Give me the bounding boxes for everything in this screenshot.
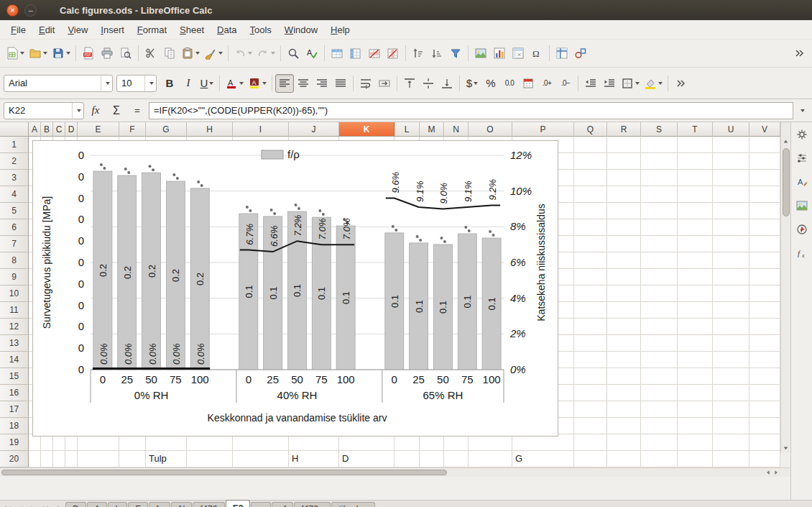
delete-row-button[interactable] — [365, 44, 384, 63]
new-button[interactable] — [4, 44, 27, 63]
freeze-rows-columns-button[interactable] — [553, 44, 571, 63]
column-header-O[interactable]: O — [469, 122, 512, 137]
insert-chart-button[interactable] — [490, 44, 509, 63]
formula-button[interactable]: = — [128, 102, 147, 119]
decrease-indent-button[interactable] — [581, 74, 600, 93]
align-left-button[interactable] — [275, 74, 294, 93]
row-header-2[interactable]: 2 — [0, 153, 29, 170]
clone-formatting-button[interactable] — [202, 44, 225, 63]
column-header-K[interactable]: K — [339, 122, 395, 137]
last-sheet-button[interactable] — [40, 503, 51, 507]
column-header-I[interactable]: I — [233, 122, 289, 137]
styles-button[interactable]: A — [793, 173, 811, 191]
spelling-button[interactable]: A — [303, 44, 321, 63]
align-top-button[interactable] — [400, 74, 419, 93]
menu-window[interactable]: Window — [278, 22, 324, 37]
overflow-button[interactable] — [790, 44, 808, 63]
column-header-B[interactable]: B — [41, 122, 53, 137]
column-header-S[interactable]: S — [641, 122, 678, 137]
font-name-combo[interactable]: Arial — [4, 75, 113, 92]
align-justify-button[interactable] — [331, 74, 350, 93]
column-header-E[interactable]: E — [78, 122, 119, 137]
row-header-16[interactable]: 16 — [0, 385, 29, 401]
cells-area[interactable]: 0000000000012%10%8%6%4%2%0%Survetugevus … — [29, 137, 780, 467]
close-button[interactable]: × — [6, 4, 19, 17]
menu-edit[interactable]: Edit — [32, 22, 61, 37]
sort-descending-button[interactable] — [428, 44, 446, 63]
background-color-button[interactable] — [642, 74, 665, 93]
select-all-corner[interactable] — [0, 122, 29, 137]
export-pdf-button[interactable]: PDF — [79, 44, 98, 63]
vertical-scroll-track[interactable] — [781, 147, 790, 443]
menu-insert[interactable]: Insert — [94, 22, 131, 37]
sheet-tab-L[interactable]: L — [108, 502, 127, 507]
format-number-button[interactable]: 0.0 — [500, 74, 519, 93]
copy-button[interactable] — [160, 44, 179, 63]
increase-indent-button[interactable] — [600, 74, 619, 93]
row-header-13[interactable]: 13 — [0, 335, 29, 352]
menu-format[interactable]: Format — [131, 22, 173, 37]
row-header-14[interactable]: 14 — [0, 352, 29, 368]
menu-file[interactable]: File — [4, 22, 32, 37]
navigator-button[interactable] — [793, 221, 811, 238]
cut-button[interactable] — [142, 44, 160, 63]
column-header-P[interactable]: P — [512, 122, 574, 137]
paste-button[interactable] — [179, 44, 202, 63]
horizontal-scroll-thumb[interactable] — [1, 470, 447, 475]
previous-sheet-button[interactable] — [15, 503, 27, 507]
format-currency-button[interactable]: $ — [463, 74, 481, 93]
row-header-20[interactable]: 20 — [0, 451, 29, 467]
merge-cells-button[interactable] — [375, 74, 394, 93]
font-color-button[interactable]: A — [223, 74, 246, 93]
delete-column-button[interactable] — [384, 44, 402, 63]
row-header-10[interactable]: 10 — [0, 286, 29, 302]
add-decimal-button[interactable]: .0+ — [538, 74, 556, 93]
scroll-right-button[interactable] — [772, 469, 780, 476]
sheet-tab-nf[interactable]: nf — [272, 502, 293, 507]
column-header-U[interactable]: U — [713, 122, 749, 137]
column-header-A[interactable]: A — [29, 122, 41, 137]
row-header-15[interactable]: 15 — [0, 368, 29, 385]
sheet-tab-fp[interactable]: fp — [149, 502, 170, 507]
chevron-down-icon[interactable] — [101, 76, 112, 91]
menu-sheet[interactable]: Sheet — [173, 22, 211, 37]
autofilter-button[interactable] — [446, 44, 465, 63]
print-preview-button[interactable] — [116, 44, 135, 63]
sheet-tab-tihedus[interactable]: tihedus — [331, 502, 374, 507]
properties-button[interactable] — [793, 150, 811, 167]
special-character-button[interactable]: Ω — [527, 44, 546, 63]
formula-input[interactable] — [149, 102, 793, 119]
row-header-11[interactable]: 11 — [0, 302, 29, 319]
sheet-tab-ρ[interactable]: ρ — [251, 502, 270, 507]
vertical-scrollbar[interactable] — [780, 122, 790, 453]
sheet-tab-F[interactable]: F — [128, 502, 148, 507]
center-vertically-button[interactable] — [419, 74, 438, 93]
scroll-up-button[interactable] — [781, 137, 790, 147]
redo-button[interactable] — [254, 44, 277, 63]
find-replace-button[interactable] — [284, 44, 303, 63]
menu-help[interactable]: Help — [324, 22, 356, 37]
scroll-left-button[interactable] — [765, 469, 772, 476]
format-percent-button[interactable]: % — [481, 74, 500, 93]
row-header-8[interactable]: 8 — [0, 252, 29, 269]
format-date-button[interactable] — [519, 74, 538, 93]
italic-button[interactable]: I — [179, 74, 198, 93]
name-box[interactable]: K22 — [4, 102, 84, 119]
sheet-tab-f470[interactable]: f470 — [193, 502, 224, 507]
row-header-5[interactable]: 5 — [0, 203, 29, 219]
cell-K20[interactable]: D — [342, 453, 349, 464]
sheet-tab-A[interactable]: A — [87, 502, 107, 507]
expand-formula-bar-button[interactable] — [795, 102, 808, 119]
chevron-down-icon[interactable] — [144, 76, 156, 91]
row-header-1[interactable]: 1 — [0, 137, 29, 153]
row-header-4[interactable]: 4 — [0, 186, 29, 203]
function-wizard-button[interactable]: fx — [86, 102, 105, 119]
sum-button[interactable]: Σ — [107, 102, 126, 119]
minimize-button[interactable]: – — [24, 4, 37, 17]
column-header-Q[interactable]: Q — [574, 122, 607, 137]
underline-button[interactable]: U — [198, 74, 216, 93]
insert-row-above-button[interactable] — [328, 44, 346, 63]
column-header-V[interactable]: V — [749, 122, 780, 137]
align-bottom-button[interactable] — [438, 74, 456, 93]
save-button[interactable] — [50, 44, 73, 63]
